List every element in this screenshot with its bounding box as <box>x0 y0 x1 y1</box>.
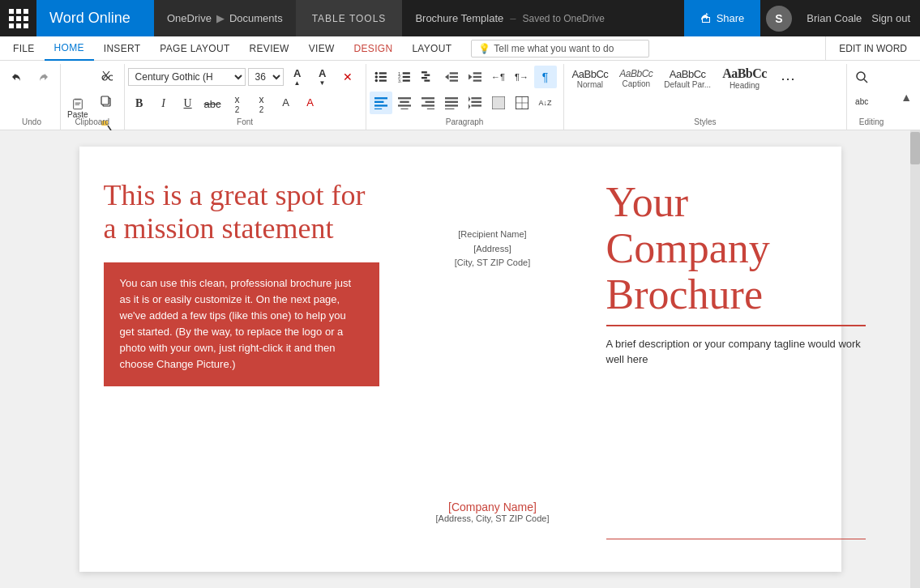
left-column: This is a great spot for a mission state… <box>104 179 396 539</box>
share-button[interactable]: Share <box>684 0 761 36</box>
styles-expand-button[interactable]: ⋯ <box>777 67 799 90</box>
company-address-label: [Address, City, ST ZIP Code] <box>436 513 550 523</box>
recipient-address: [Address] <box>455 242 531 257</box>
italic-button[interactable]: I <box>152 92 175 115</box>
svg-rect-11 <box>379 76 386 78</box>
mission-statement[interactable]: This is a great spot for a mission state… <box>104 179 379 246</box>
font-group: Century Gothic (H 36 A▲ A▼ ✕ B I U abc x… <box>125 64 366 130</box>
edit-in-word-button[interactable]: EDIT IN WORD <box>825 36 920 61</box>
shading-button[interactable] <box>487 92 510 114</box>
share-label: Share <box>717 12 745 24</box>
user-name: Brian Coale <box>807 12 862 24</box>
svg-rect-46 <box>445 104 458 106</box>
underline-button[interactable]: U <box>177 92 199 115</box>
style-default-label: Default Par... <box>664 80 711 89</box>
editing-label: Editing <box>859 117 884 126</box>
breadcrumb-separator: ▶ <box>216 12 225 24</box>
tab-view[interactable]: VIEW <box>299 36 344 61</box>
copy-button[interactable] <box>95 90 118 113</box>
app-brand: Word Online <box>36 0 154 36</box>
tell-me-input[interactable]: 💡 Tell me what you want to do <box>471 40 649 58</box>
apps-button[interactable] <box>0 0 36 36</box>
font-size-select[interactable]: 36 <box>248 68 284 86</box>
profile-initial: S <box>775 12 782 25</box>
company-block: [Company Name] [Address, City, ST ZIP Co… <box>436 501 550 539</box>
decrease-indent-button[interactable] <box>440 66 463 88</box>
style-normal-preview: AaBbCc <box>572 69 609 79</box>
tab-review[interactable]: REVIEW <box>240 36 299 61</box>
middle-column: [Recipient Name] [Address] [City, ST ZIP… <box>396 179 590 539</box>
ribbon-collapse-button[interactable]: ▲ <box>896 64 917 130</box>
sort-button[interactable]: A↓Z <box>534 92 557 114</box>
align-right-button[interactable] <box>417 92 439 114</box>
show-hide-button[interactable]: ¶ <box>534 66 557 88</box>
svg-line-59 <box>864 79 867 83</box>
svg-point-10 <box>374 75 377 78</box>
style-caption-label: Caption <box>623 79 650 88</box>
svg-rect-25 <box>449 72 457 74</box>
style-caption-preview: AaBbCc <box>619 69 653 79</box>
tab-page-layout[interactable]: PAGE LAYOUT <box>150 36 239 61</box>
style-normal[interactable]: AaBbCc Normal <box>567 67 614 91</box>
svg-rect-27 <box>449 79 457 81</box>
rtl-button[interactable]: ←¶ <box>487 66 510 88</box>
font-color-button[interactable]: A <box>299 92 322 115</box>
share-icon <box>700 13 712 24</box>
align-left-button[interactable] <box>370 92 392 114</box>
svg-rect-44 <box>445 97 458 99</box>
paragraph-label: Paragraph <box>446 117 484 126</box>
svg-rect-17 <box>402 76 409 78</box>
redo-button[interactable] <box>31 66 53 88</box>
onedrive-breadcrumb[interactable]: OneDrive ▶ Documents <box>154 0 296 36</box>
style-normal-label: Normal <box>577 80 603 89</box>
tab-home[interactable]: HOME <box>45 36 94 61</box>
style-caption[interactable]: AaBbCc Caption <box>614 67 657 90</box>
bottom-divider <box>606 539 866 539</box>
line-spacing-button[interactable] <box>464 92 486 114</box>
replace-button[interactable]: abc <box>850 90 873 113</box>
svg-rect-43 <box>426 109 434 109</box>
table-tools-tab[interactable]: TABLE TOOLS <box>296 0 403 36</box>
tab-insert[interactable]: INSERT <box>94 36 151 61</box>
ribbon-toolbar: Undo Paste Clipboard <box>0 61 920 130</box>
increase-font-button[interactable]: A▲ <box>286 66 309 88</box>
number-list-button[interactable]: 1.2.3. <box>393 66 416 88</box>
font-name-select[interactable]: Century Gothic (H <box>128 68 246 86</box>
documents-label: Documents <box>229 12 283 24</box>
svg-rect-38 <box>398 104 411 106</box>
scrollbar-thumb[interactable] <box>910 132 920 164</box>
subscript-button[interactable]: x2 <box>226 92 249 115</box>
undo-button[interactable] <box>6 66 29 88</box>
align-center-button[interactable] <box>393 92 416 114</box>
scrollbar[interactable] <box>910 130 920 588</box>
strikethrough-button[interactable]: abc <box>201 92 225 115</box>
borders-button[interactable] <box>511 92 533 114</box>
sign-out-link[interactable]: Sign out <box>871 12 910 24</box>
edit-in-word-label: EDIT IN WORD <box>839 43 907 54</box>
decrease-font-button[interactable]: A▼ <box>311 66 334 88</box>
svg-rect-42 <box>421 104 434 106</box>
red-box[interactable]: You can use this clean, professional bro… <box>104 262 379 386</box>
style-heading[interactable]: AaBbCc Heading <box>717 66 772 92</box>
tab-file[interactable]: FILE <box>3 36 45 61</box>
increase-indent-button[interactable] <box>464 66 486 88</box>
profile-icon[interactable]: S <box>760 0 797 36</box>
superscript-button[interactable]: x2 <box>250 92 273 115</box>
svg-rect-34 <box>374 104 387 106</box>
tab-design[interactable]: DESIGN <box>344 36 403 61</box>
bold-button[interactable]: B <box>128 92 151 115</box>
search-button[interactable] <box>850 66 873 88</box>
ltr-button[interactable]: ¶→ <box>511 66 533 88</box>
multilevel-list-button[interactable] <box>417 66 439 88</box>
bullet-list-button[interactable] <box>370 66 392 88</box>
style-default-par[interactable]: AaBbCc Default Par... <box>659 67 716 91</box>
onedrive-label: OneDrive <box>167 12 212 24</box>
tell-me-placeholder: Tell me what you want to do <box>494 43 614 54</box>
justify-button[interactable] <box>440 92 463 114</box>
cut-button[interactable] <box>95 66 118 88</box>
user-section: Brian Coale Sign out <box>797 0 920 36</box>
tab-layout[interactable]: LAYOUT <box>402 36 461 61</box>
clear-formatting-button[interactable]: ✕ <box>336 66 359 88</box>
highlight-button[interactable]: A <box>275 92 297 115</box>
style-heading-preview: AaBbCc <box>722 67 767 80</box>
